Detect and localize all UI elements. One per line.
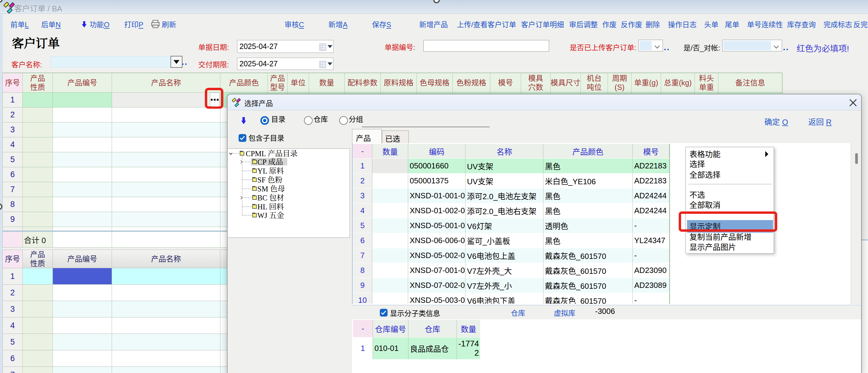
svg-text:HL 回料: HL 回料 [257, 203, 284, 211]
svg-text:BC 包材: BC 包材 [257, 194, 284, 202]
svg-text:CP 成品: CP 成品 [257, 158, 283, 166]
svg-text:YL 原料: YL 原料 [257, 167, 284, 175]
svg-text:SF 色粉: SF 色粉 [257, 176, 282, 184]
svg-text:CPML 产品目录: CPML 产品目录 [246, 150, 298, 158]
svg-text:WJ 五金: WJ 五金 [257, 212, 284, 219]
svg-text:客户订单: 客户订单 [12, 37, 60, 50]
svg-text:SM 色母: SM 色母 [257, 185, 285, 193]
